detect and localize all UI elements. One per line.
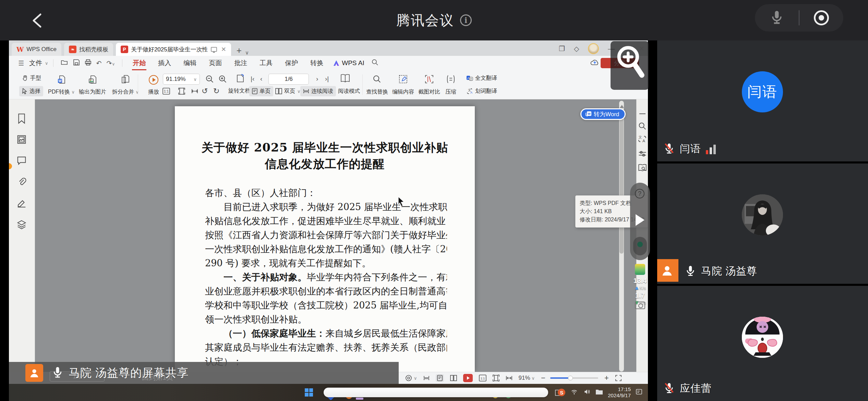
- zoom-plus-button[interactable]: +: [604, 374, 609, 382]
- menu-tools[interactable]: 工具: [259, 57, 273, 69]
- participant-tile[interactable]: 应佳蕾: [657, 286, 868, 401]
- account-avatar[interactable]: [588, 43, 599, 54]
- collapse-icon[interactable]: [638, 109, 647, 119]
- scroll-up-arrow[interactable]: [620, 105, 624, 108]
- menu-page[interactable]: 页面: [208, 57, 222, 69]
- zoom-level-combo[interactable]: 91.19%∨: [163, 74, 200, 85]
- redo-icon[interactable]: ↷∨: [106, 59, 115, 67]
- pdf-convert-button[interactable]: W PDF转换 ∨: [45, 72, 78, 97]
- continuous-mode-icon[interactable]: [423, 375, 430, 381]
- rotate-pages-icon[interactable]: [234, 73, 246, 86]
- attachment-icon[interactable]: [16, 177, 27, 188]
- page-indicator[interactable]: 1/6: [268, 74, 309, 85]
- open-folder-icon[interactable]: [61, 59, 68, 68]
- settings-sliders-icon[interactable]: [638, 149, 647, 158]
- save-icon[interactable]: [73, 59, 80, 68]
- fit-width-status-icon[interactable]: [506, 375, 513, 381]
- zoom-out-icon[interactable]: [205, 74, 215, 85]
- participant-tile[interactable]: 马院 汤益尊: [657, 163, 868, 284]
- wifi-icon[interactable]: [570, 388, 578, 397]
- wps-ai-button[interactable]: WPS AI: [333, 59, 364, 67]
- floating-side-panel[interactable]: ?: [630, 183, 650, 260]
- layers-icon[interactable]: [16, 219, 27, 230]
- meeting-info-icon[interactable]: i: [460, 14, 472, 26]
- zoom-percent-label[interactable]: 91%∨: [519, 375, 535, 381]
- taskbar-clock[interactable]: 17:15 2024/9/17: [608, 386, 631, 399]
- camera-widget-icon[interactable]: [635, 302, 645, 309]
- rotate-doc-label[interactable]: 旋转文档: [228, 87, 250, 95]
- volume-icon[interactable]: [583, 388, 591, 397]
- full-translate-button[interactable]: A文 全文翻译: [463, 73, 500, 83]
- image-panel-icon[interactable]: [16, 134, 27, 145]
- menu-home[interactable]: 开始: [132, 57, 146, 69]
- select-tool-button[interactable]: 选择: [19, 86, 43, 96]
- export-image-button[interactable]: 输出为图片: [76, 72, 109, 97]
- print-icon[interactable]: [85, 59, 92, 68]
- cube-icon[interactable]: ◇: [574, 45, 579, 53]
- word-translate-button[interactable]: 文A 划词翻译: [463, 86, 500, 96]
- menu-edit[interactable]: 编辑: [183, 57, 197, 69]
- panel-handle[interactable]: [633, 237, 647, 255]
- single-page-button[interactable]: 单页: [249, 86, 273, 96]
- mic-button[interactable]: [769, 10, 784, 26]
- horizontal-scrollbar-pill[interactable]: [324, 388, 548, 397]
- book-icon[interactable]: [340, 74, 350, 85]
- next-page-icon[interactable]: ›: [316, 75, 318, 83]
- double-page-mode-icon[interactable]: [450, 375, 457, 381]
- compress-button[interactable]: 压缩: [439, 72, 463, 97]
- single-page-mode-icon[interactable]: [436, 374, 444, 382]
- convert-to-word-button[interactable]: W 转为Word: [580, 108, 626, 120]
- split-merge-button[interactable]: 拆分合并 ∨: [109, 72, 142, 97]
- tray-app-icon[interactable]: S: [558, 389, 565, 396]
- expand-arrow-icon[interactable]: [636, 214, 644, 226]
- menu-search-icon[interactable]: [371, 59, 379, 68]
- view-options-icon[interactable]: ∨: [405, 374, 417, 382]
- comment-panel-icon[interactable]: [16, 156, 27, 167]
- reader-search-icon[interactable]: [638, 163, 647, 173]
- cloud-sync-icon[interactable]: [590, 59, 600, 69]
- actual-size-status-icon[interactable]: 1:1: [479, 375, 486, 381]
- translate-panel-icon[interactable]: 文A: [638, 134, 647, 144]
- fullscreen-icon[interactable]: [615, 375, 622, 381]
- actual-size-button[interactable]: 1:1: [160, 86, 173, 96]
- close-tab-icon[interactable]: ✕: [221, 46, 226, 53]
- fit-page-button[interactable]: [176, 86, 188, 96]
- signature-pen-icon[interactable]: [16, 198, 27, 209]
- present-tab-icon[interactable]: [211, 47, 217, 52]
- notification-center-icon[interactable]: [636, 388, 642, 397]
- fit-width-button[interactable]: [189, 86, 201, 96]
- menu-protect[interactable]: 保护: [284, 57, 299, 69]
- participant-tile[interactable]: 闫语 闫语: [657, 40, 868, 161]
- file-menu[interactable]: ☰ 文件 ∨: [16, 59, 48, 68]
- scrollbar-thumb[interactable]: [619, 113, 624, 254]
- fit-page-status-icon[interactable]: [493, 375, 499, 381]
- tab-wps-home[interactable]: W WPS Office: [12, 43, 61, 56]
- record-button[interactable]: [814, 10, 829, 25]
- tab-list-caret[interactable]: ∨: [245, 50, 249, 56]
- undo-icon[interactable]: ↶: [96, 59, 102, 67]
- bookmark-icon[interactable]: [16, 113, 27, 124]
- zoom-in-icon[interactable]: [218, 74, 228, 85]
- rotate-left-icon[interactable]: ↺: [202, 87, 208, 96]
- menu-comment[interactable]: 批注: [233, 57, 248, 69]
- read-mode-button[interactable]: 阅读模式: [335, 86, 363, 96]
- prev-page-icon[interactable]: ‹: [260, 75, 262, 83]
- zoom-minus-button[interactable]: −: [541, 374, 545, 382]
- menu-insert[interactable]: 插入: [157, 57, 172, 69]
- tab-document[interactable]: P 关于做好2025届毕业生一次性 ✕: [116, 43, 231, 56]
- folder-tray-icon[interactable]: [595, 389, 603, 396]
- zoom-slider-knob[interactable]: [568, 376, 573, 380]
- new-tab-button[interactable]: +: [237, 45, 242, 56]
- zoom-slider[interactable]: [550, 377, 598, 379]
- tab-docer-templates[interactable]: ❧ 找稻壳模板: [64, 43, 113, 56]
- windows-start-icon[interactable]: [304, 388, 313, 398]
- layout-side-icon[interactable]: ❐: [559, 45, 565, 53]
- continuous-read-button[interactable]: 连续阅读: [300, 86, 336, 96]
- first-page-icon[interactable]: |‹: [251, 75, 254, 83]
- menu-convert[interactable]: 转换: [310, 57, 324, 69]
- help-icon[interactable]: ?: [635, 189, 644, 198]
- search-panel-icon[interactable]: [638, 121, 647, 131]
- double-page-button[interactable]: 双页∨: [273, 86, 303, 96]
- hand-tool-button[interactable]: 手型: [19, 73, 44, 83]
- rotate-right-icon[interactable]: ↻: [213, 87, 219, 96]
